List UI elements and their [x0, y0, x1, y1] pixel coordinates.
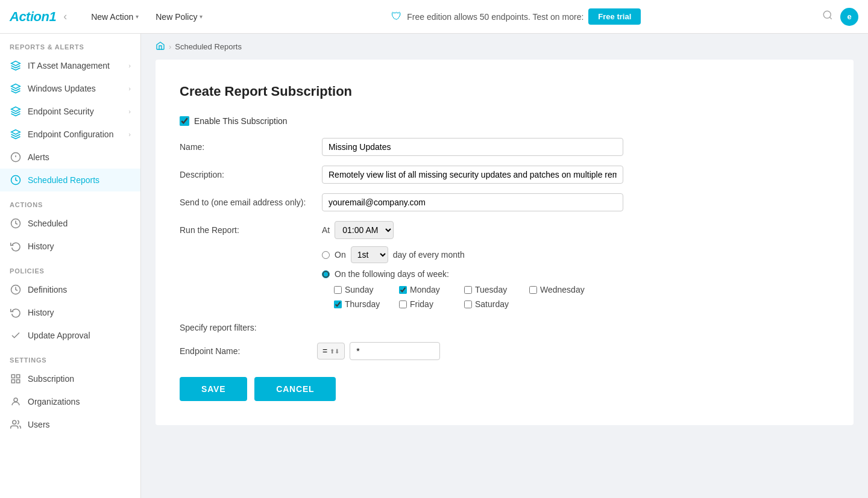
name-row: Name:: [180, 138, 829, 156]
sidebar-item-users[interactable]: Users: [0, 413, 140, 436]
cancel-button[interactable]: CANCEL: [254, 377, 336, 401]
sunday-item[interactable]: Sunday: [334, 285, 388, 294]
sidebar-item-definitions[interactable]: Definitions: [0, 278, 140, 301]
sidebar-item-history-actions[interactable]: History: [0, 235, 140, 258]
breadcrumb-current: Scheduled Reports: [175, 42, 242, 51]
sunday-checkbox[interactable]: [334, 286, 342, 294]
name-label: Name:: [180, 138, 312, 152]
endpoint-name-label: Endpoint Name:: [180, 346, 312, 356]
day-suffix: day of every month: [393, 250, 465, 260]
svg-marker-5: [11, 130, 20, 135]
monday-item[interactable]: Monday: [399, 285, 453, 294]
wednesday-item[interactable]: Wednesday: [529, 285, 585, 294]
tuesday-item[interactable]: Tuesday: [464, 285, 518, 294]
sidebar-item-scheduled-reports[interactable]: Scheduled Reports: [0, 169, 140, 191]
enable-label[interactable]: Enable This Subscription: [194, 116, 288, 126]
send-to-row: Send to (one email address only):: [180, 193, 829, 211]
day-select[interactable]: 1st 2nd 3rd 15th: [351, 246, 388, 263]
thursday-checkbox[interactable]: [334, 300, 342, 308]
saturday-checkbox[interactable]: [464, 300, 472, 308]
svg-marker-3: [11, 84, 20, 89]
save-button[interactable]: SAVE: [180, 377, 247, 401]
operator-button[interactable]: = ⬆⬇: [317, 343, 345, 359]
endpoint-value-input[interactable]: [350, 342, 440, 360]
scheduled-reports-icon: [10, 174, 22, 186]
friday-checkbox[interactable]: [399, 300, 407, 308]
search-icon[interactable]: [822, 10, 833, 23]
svg-rect-13: [17, 375, 20, 378]
svg-point-0: [823, 11, 831, 18]
sidebar-item-it-asset[interactable]: IT Asset Management ›: [0, 54, 140, 77]
saturday-item[interactable]: Saturday: [464, 299, 518, 309]
endpoint-config-icon: [10, 128, 22, 140]
sidebar-item-endpoint-config[interactable]: Endpoint Configuration ›: [0, 123, 140, 146]
enable-row: Enable This Subscription: [180, 116, 829, 126]
home-icon: [156, 41, 165, 52]
svg-rect-12: [11, 375, 14, 378]
svg-point-17: [13, 420, 16, 424]
windows-updates-icon: [10, 82, 22, 95]
new-policy-chevron-icon: ▾: [200, 13, 203, 20]
new-policy-button[interactable]: New Policy ▾: [148, 8, 210, 25]
tuesday-checkbox[interactable]: [464, 286, 472, 294]
days-of-week-radio-row: On the following days of week:: [322, 269, 585, 279]
chevron-right-icon: ›: [128, 85, 131, 92]
svg-marker-2: [11, 61, 20, 66]
description-row: Description:: [180, 166, 829, 184]
description-label: Description:: [180, 166, 312, 179]
endpoint-name-row: Endpoint Name: = ⬆⬇: [180, 342, 829, 360]
form-card: Create Report Subscription Enable This S…: [156, 60, 854, 425]
users-icon: [10, 419, 22, 431]
svg-rect-14: [17, 380, 20, 383]
enable-checkbox[interactable]: [180, 116, 189, 126]
subscription-icon: [10, 373, 22, 385]
sidebar-item-history-policies[interactable]: History: [0, 301, 140, 324]
wednesday-checkbox[interactable]: [529, 286, 537, 294]
settings-label: SETTINGS: [0, 347, 140, 367]
run-report-options: At 01:00 AM 02:00 AM 06:00 AM 12:00 PM O…: [322, 221, 585, 309]
send-to-label: Send to (one email address only):: [180, 193, 312, 207]
scheduled-icon: [10, 217, 22, 229]
organizations-icon: [10, 396, 22, 408]
nav-right: e: [822, 8, 858, 26]
svg-point-16: [14, 398, 17, 402]
days-of-week-radio[interactable]: [322, 270, 330, 278]
reports-alerts-label: REPORTS & ALERTS: [0, 34, 140, 54]
thursday-item[interactable]: Thursday: [334, 299, 388, 309]
time-row: At 01:00 AM 02:00 AM 06:00 AM 12:00 PM: [322, 221, 585, 239]
app-logo: Action1: [10, 9, 56, 25]
day-of-month-radio[interactable]: [322, 251, 330, 259]
send-to-input[interactable]: [322, 193, 623, 211]
nav-collapse-button[interactable]: ‹: [61, 8, 69, 25]
sidebar-item-subscription[interactable]: Subscription: [0, 367, 140, 390]
svg-rect-15: [11, 380, 14, 383]
sidebar-item-scheduled[interactable]: Scheduled: [0, 212, 140, 235]
svg-marker-4: [11, 107, 20, 112]
alerts-icon: [10, 151, 22, 163]
free-trial-button[interactable]: Free trial: [588, 8, 641, 25]
breadcrumb: › Scheduled Reports: [141, 34, 868, 60]
friday-item[interactable]: Friday: [399, 299, 453, 309]
time-select[interactable]: 01:00 AM 02:00 AM 06:00 AM 12:00 PM: [335, 221, 394, 239]
description-input[interactable]: [322, 166, 623, 184]
days-grid: Sunday Monday Tuesday: [334, 285, 585, 309]
sidebar-item-organizations[interactable]: Organizations: [0, 390, 140, 413]
following-days-label[interactable]: On the following days of week:: [335, 269, 449, 279]
spinner-icon: ⬆⬇: [330, 348, 339, 355]
run-report-label: Run the Report:: [180, 221, 312, 235]
new-action-button[interactable]: New Action ▾: [84, 8, 146, 25]
sidebar-item-windows-updates[interactable]: Windows Updates ›: [0, 77, 140, 100]
actions-label: ACTIONS: [0, 191, 140, 212]
sidebar-item-endpoint-security[interactable]: Endpoint Security ›: [0, 100, 140, 123]
user-avatar[interactable]: e: [840, 8, 858, 26]
history-actions-icon: [10, 240, 22, 252]
name-input[interactable]: [322, 138, 623, 156]
chevron-right-icon: ›: [128, 131, 131, 138]
sidebar-item-update-approval[interactable]: Update Approval: [0, 324, 140, 347]
shield-icon: 🛡: [391, 10, 402, 23]
on-label[interactable]: On: [335, 250, 346, 260]
sidebar-item-alerts[interactable]: Alerts: [0, 146, 140, 169]
layout: REPORTS & ALERTS IT Asset Management › W…: [0, 34, 868, 498]
monday-checkbox[interactable]: [399, 286, 407, 294]
nav-center-info: 🛡 Free edition allows 50 endpoints. Test…: [210, 8, 822, 25]
